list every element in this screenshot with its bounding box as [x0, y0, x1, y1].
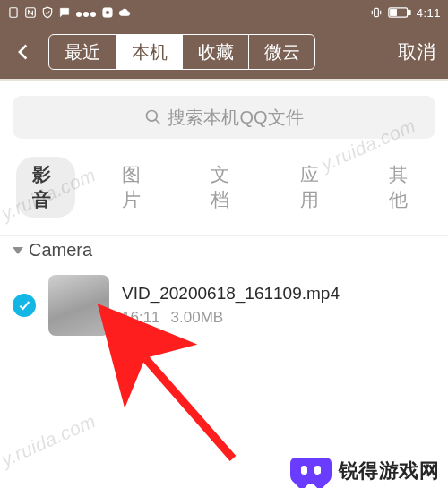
category-tabs: 影音 图片 文档 应用 其他 — [0, 157, 448, 235]
cat-app[interactable]: 应用 — [284, 157, 343, 218]
chat-icon — [58, 6, 71, 19]
file-meta: VID_20200618_161109.mp4 16:11 3.00MB — [122, 284, 435, 327]
nfc-icon — [24, 6, 37, 19]
check-icon — [17, 298, 31, 312]
svg-rect-4 — [374, 8, 378, 16]
section-header[interactable]: Camera — [0, 235, 448, 262]
cloud-icon — [118, 6, 131, 19]
cancel-button[interactable]: 取消 — [392, 34, 441, 70]
cat-media[interactable]: 影音 — [16, 157, 75, 218]
svg-point-3 — [106, 11, 110, 15]
status-time: 4:11 — [417, 6, 441, 20]
file-name: VID_20200618_161109.mp4 — [122, 284, 435, 304]
search-placeholder: 搜索本机QQ文件 — [168, 106, 303, 130]
cat-document[interactable]: 文档 — [194, 157, 254, 218]
file-time: 16:11 — [122, 309, 160, 327]
battery-icon — [388, 6, 411, 19]
back-button[interactable] — [7, 36, 39, 68]
logo-text: 锐得游戏网 — [339, 458, 440, 484]
file-size: 3.00MB — [171, 309, 224, 327]
tab-favorite[interactable]: 收藏 — [182, 35, 248, 69]
svg-rect-7 — [390, 10, 396, 16]
tab-local[interactable]: 本机 — [116, 35, 182, 69]
section-title: Camera — [29, 240, 92, 261]
search-input[interactable]: 搜索本机QQ文件 — [13, 96, 435, 139]
shield-icon — [41, 6, 54, 19]
search-icon — [144, 108, 162, 126]
checkbox-selected[interactable] — [13, 294, 36, 317]
chevron-left-icon — [14, 39, 32, 64]
chevron-down-icon — [13, 247, 23, 254]
tab-weiyun[interactable]: 微云 — [248, 35, 314, 69]
status-left — [7, 6, 365, 20]
svg-rect-6 — [408, 10, 410, 14]
file-row[interactable]: VID_20200618_161109.mp4 16:11 3.00MB — [0, 262, 448, 348]
site-logo: 锐得游戏网 — [290, 458, 440, 484]
svg-rect-0 — [10, 8, 17, 18]
sim-icon — [7, 6, 20, 19]
app-dots-icon — [75, 6, 97, 20]
svg-line-9 — [156, 120, 160, 124]
cat-other[interactable]: 其他 — [373, 157, 432, 218]
svg-line-10 — [145, 358, 233, 458]
tab-recent[interactable]: 最近 — [49, 35, 116, 69]
status-right: 4:11 — [370, 6, 441, 20]
status-bar: 4:11 — [0, 0, 448, 25]
source-tabs: 最近 本机 收藏 微云 — [48, 34, 315, 70]
cat-image[interactable]: 图片 — [106, 157, 165, 218]
annotation-arrow — [134, 351, 260, 471]
logo-icon — [290, 458, 332, 484]
vibrate-icon — [370, 6, 383, 19]
camera-notif-icon — [101, 6, 114, 19]
screen: 4:11 最近 本机 收藏 微云 取消 搜索本机QQ文件 影音 图片 文档 应用… — [0, 0, 448, 488]
svg-point-8 — [147, 111, 158, 122]
header: 最近 本机 收藏 微云 取消 — [0, 25, 448, 79]
file-thumbnail — [48, 275, 109, 336]
watermark: y.ruida.com — [0, 410, 99, 471]
search-area: 搜索本机QQ文件 — [0, 81, 448, 157]
